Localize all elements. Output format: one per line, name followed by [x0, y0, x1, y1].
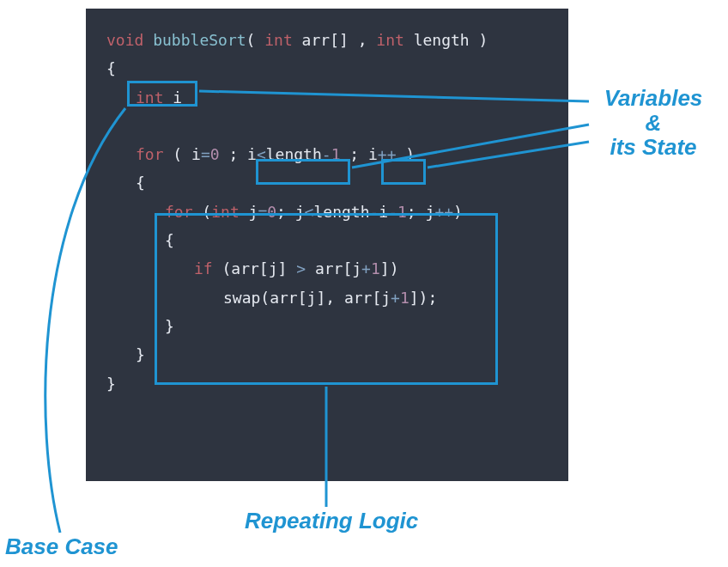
code-line-1: void bubbleSort( int arr[] , int length … — [106, 26, 548, 54]
label-repeating: Repeating Logic — [245, 509, 418, 533]
code-line-12: } — [106, 369, 548, 398]
code-line-5: { — [106, 168, 548, 197]
code-line-11: } — [106, 340, 548, 369]
code-line-7: { — [106, 226, 548, 254]
code-editor: void bubbleSort( int arr[] , int length … — [86, 9, 568, 481]
code-line-2: { — [106, 54, 548, 82]
label-variables: Variables & its State — [589, 86, 718, 160]
code-line-9: swap(arr[j], arr[j+1]); — [106, 284, 548, 312]
code-line-3: int i ; — [106, 83, 548, 112]
code-line-8: if (arr[j] > arr[j+1]) — [106, 254, 548, 283]
code-line-4: for ( i=0 ; i<length-1 ; i++ ) — [106, 140, 548, 168]
code-line-10: } — [106, 312, 548, 340]
code-line-6: for (int j=0; j<length-i-1; j++) — [106, 198, 548, 226]
label-base-case: Base Case — [5, 534, 118, 559]
code-blank-1 — [106, 112, 548, 140]
